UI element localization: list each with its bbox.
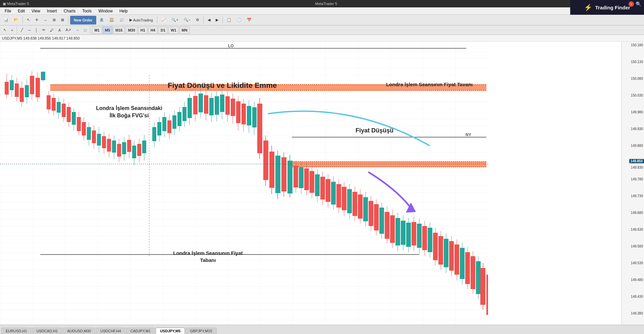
tab-audusd-m30[interactable]: AUDUSD,M30 (63, 328, 95, 334)
forward-button[interactable]: ▶ (213, 16, 221, 24)
price-780: 149.780 (631, 177, 643, 181)
tf-mn[interactable]: MN (179, 26, 190, 34)
zoom-cursor-button[interactable]: ↖ (24, 16, 32, 24)
vline-tool[interactable]: │ (33, 26, 40, 34)
tab-usdchf-h4[interactable]: USDCHF,H4 (96, 328, 125, 334)
svg-rect-22 (292, 162, 486, 167)
svg-text:NY: NY (466, 132, 471, 137)
crosshair-tool[interactable]: + (9, 26, 15, 34)
open-chart-button[interactable]: 📂 (11, 16, 21, 24)
clock-button[interactable]: 🕐 (234, 16, 244, 24)
svg-rect-136 (287, 161, 292, 193)
new-order-button[interactable]: New Order (70, 16, 96, 24)
autotrading-button[interactable]: ▶ AutoTrading (127, 16, 156, 24)
zoom-in-button[interactable]: 🔍+ (169, 16, 180, 24)
price-980: 149.980 (631, 110, 643, 114)
menu-window[interactable]: Window (95, 8, 116, 14)
svg-rect-122 (247, 106, 251, 125)
tf-w1[interactable]: W1 (168, 26, 179, 34)
text-arrow-tool[interactable]: A↗ (63, 26, 73, 34)
price-380: 149.380 (631, 312, 643, 315)
tf-m30[interactable]: M30 (125, 26, 137, 34)
svg-rect-160 (353, 192, 357, 216)
period-separator-button[interactable]: ⊠ (59, 16, 66, 24)
chart-area[interactable]: LO NY 150.180 150.130 150.080 150.030 14… (0, 42, 644, 325)
svg-rect-88 (157, 122, 161, 135)
svg-rect-138 (293, 166, 298, 187)
calendar-button[interactable]: 📅 (245, 16, 254, 24)
notification-badge: 1 (629, 1, 634, 7)
tab-cadjpy-m1[interactable]: CADJPY,M1 (126, 328, 155, 334)
svg-rect-69 (107, 139, 111, 152)
indicators-button[interactable]: 📈 (159, 16, 168, 24)
hline-tool[interactable]: ─ (26, 26, 33, 34)
menu-view[interactable]: View (28, 8, 44, 14)
svg-rect-190 (433, 233, 438, 260)
market-watch-button[interactable]: 📋 (224, 16, 234, 24)
svg-rect-29 (5, 82, 9, 95)
tab-eurusd-h1[interactable]: EURUSD,H1 (1, 328, 32, 334)
svg-rect-200 (460, 248, 465, 279)
tf-m5[interactable]: M5 (103, 26, 112, 34)
tf-h4[interactable]: H4 (148, 26, 158, 34)
back-button[interactable]: ◀ (205, 16, 213, 24)
line-tool[interactable]: ╱ (19, 26, 25, 34)
svg-rect-59 (82, 122, 86, 135)
cursor-tool[interactable]: ↖ (1, 26, 8, 34)
svg-rect-132 (275, 156, 280, 193)
search-icon[interactable]: 🔍 (636, 1, 641, 7)
text-tool[interactable]: A (56, 26, 63, 34)
svg-rect-53 (67, 107, 71, 122)
menu-charts[interactable]: Charts (60, 8, 79, 14)
svg-rect-51 (62, 104, 66, 117)
svg-rect-178 (401, 221, 406, 245)
calculator-button[interactable]: 🧮 (107, 16, 116, 24)
svg-rect-55 (72, 112, 76, 125)
svg-rect-158 (347, 189, 352, 213)
svg-rect-144 (310, 171, 314, 193)
brush-tool[interactable]: 🖊 (48, 26, 56, 34)
zoom-out-button[interactable]: 🔍− (181, 16, 193, 24)
zoom-in-chart-button[interactable]: ⊞ (50, 16, 58, 24)
price-480: 149.480 (631, 278, 643, 282)
toolbar2: ↖ + ╱ ─ │ ✏ 🖊 A A↗ → □ M1 M5 M15 M30 H1 … (0, 25, 644, 35)
svg-rect-67 (102, 136, 106, 148)
rectangle-tool[interactable]: □ (82, 26, 89, 34)
svg-rect-41 (36, 78, 40, 97)
tf-m1[interactable]: M1 (92, 26, 102, 34)
price-680: 149.680 (631, 211, 643, 215)
scroll-button[interactable]: ↔ (41, 16, 50, 24)
crosshair-button[interactable]: ✛ (33, 16, 41, 24)
arrow-tool[interactable]: → (74, 26, 82, 34)
svg-rect-192 (438, 236, 443, 265)
svg-rect-98 (182, 107, 186, 121)
properties-button[interactable]: ⚙ (194, 16, 202, 24)
svg-rect-198 (454, 244, 459, 275)
buy-button[interactable]: 🏦 (97, 16, 106, 24)
menu-help[interactable]: Help (116, 8, 131, 14)
tf-m15[interactable]: M15 (113, 26, 125, 34)
price-730: 149.730 (631, 194, 643, 198)
menu-insert[interactable]: Insert (44, 8, 60, 14)
svg-rect-83 (142, 141, 146, 153)
new-chart-button[interactable]: 📊 (1, 16, 11, 24)
svg-rect-166 (369, 201, 373, 226)
news-button[interactable]: 📰 (117, 16, 126, 24)
tf-h1[interactable]: H1 (138, 26, 148, 34)
svg-rect-35 (20, 88, 24, 102)
menu-tools[interactable]: Tools (79, 8, 95, 14)
logo-area: ⚡ Trading Finder 1 🔍 (570, 0, 644, 15)
svg-text:LO: LO (228, 44, 234, 48)
menubar: File Edit View Insert Charts Tools Windo… (0, 7, 644, 15)
tf-d1[interactable]: D1 (158, 26, 168, 34)
tab-usdcad-h1[interactable]: USDCAD,H1 (32, 328, 62, 334)
menu-edit[interactable]: Edit (14, 8, 28, 14)
pencil-tool[interactable]: ✏ (40, 26, 47, 34)
tab-gbpjpy-m15[interactable]: GBPJPY,M15 (185, 328, 216, 334)
annotation-ceiling: Londra İşlem Seansının Fiyat Tavanı (382, 81, 476, 88)
svg-rect-204 (471, 256, 475, 289)
svg-rect-81 (137, 144, 141, 156)
tab-usdjpy-m5[interactable]: USDJPY,M5 (156, 328, 185, 334)
menu-file[interactable]: File (1, 8, 14, 14)
svg-rect-184 (417, 224, 422, 248)
